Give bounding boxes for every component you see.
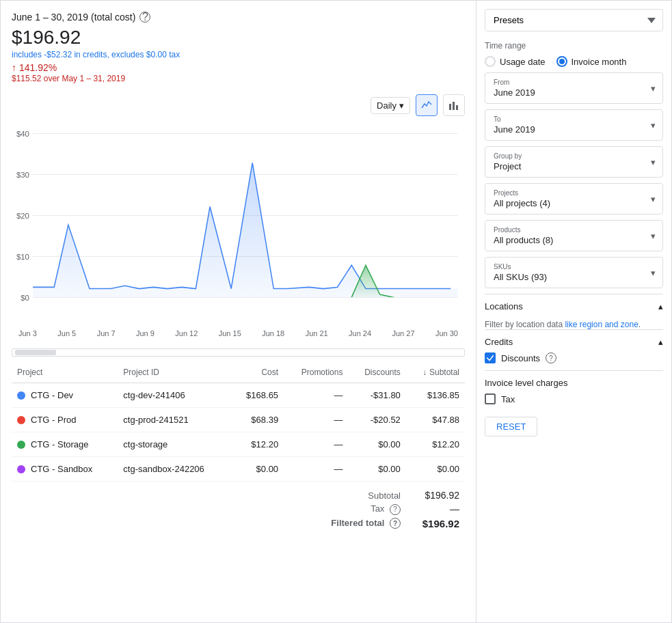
svg-text:$10: $10 [16,253,29,261]
bar-chart-button[interactable] [443,94,465,116]
col-discounts: Discounts [348,362,405,383]
col-project: Project [12,362,118,383]
project-id-cell: ctg-sandbox-242206 [118,457,230,482]
products-dropdown[interactable]: Products All products (8) ▾ [485,220,663,251]
chart-x-labels: Jun 3 Jun 5 Jun 7 Jun 9 Jun 12 Jun 15 Ju… [12,329,465,337]
sort-icon: ↓ [422,368,427,377]
check-icon [486,354,494,362]
table-row: CTG - Sandbox ctg-sandbox-242206 $0.00 —… [12,457,465,482]
cost-cell: $68.39 [231,408,284,432]
group-by-dropdown[interactable]: Group by Project ▾ [485,146,663,178]
group-by-label: Group by [494,152,654,160]
filtered-total-label: Filtered total ? [331,518,401,529]
invoice-month-radio[interactable]: Invoice month [556,56,627,67]
products-label: Products [494,226,654,234]
usage-date-radio[interactable]: Usage date [485,56,546,67]
subtotal-value: $196.92 [412,490,459,501]
from-value: June 2019 [494,87,654,98]
line-chart-icon [421,100,432,111]
app-container: June 1 – 30, 2019 (total cost) ? $196.92… [0,0,672,623]
to-value: June 2019 [494,124,654,135]
project-cell: CTG - Storage [12,432,118,457]
locations-collapse-icon: ▴ [658,301,663,312]
subtotal-cell: $0.00 [406,457,465,482]
tax-value: — [412,503,459,514]
line-chart-button[interactable] [416,94,438,116]
skus-value: All SKUs (93) [494,272,654,282]
tax-label: Tax ? [371,503,401,515]
cost-note: includes -$52.32 in credits, excludes $0… [12,50,465,59]
period-chevron-icon: ▾ [399,100,404,111]
project-dot [17,416,25,424]
col-subtotal[interactable]: ↓ Subtotal [406,362,465,383]
tax-help-icon[interactable]: ? [390,504,401,515]
to-chevron-icon: ▾ [651,120,656,130]
period-selector[interactable]: Daily ▾ [371,97,410,114]
promotions-cell: — [284,457,348,482]
projects-dropdown[interactable]: Projects All projects (4) ▾ [485,183,663,214]
project-cell: CTG - Prod [12,408,118,432]
left-panel: June 1 – 30, 2019 (total cost) ? $196.92… [1,1,476,622]
discounts-help-icon[interactable]: ? [546,352,556,363]
cost-cell: $0.00 [231,457,284,482]
time-range-radio-group: Usage date Invoice month [485,56,663,67]
filtered-help-icon[interactable]: ? [390,518,401,529]
to-label: To [494,115,654,123]
discounts-checkbox-item[interactable]: Discounts ? [485,352,663,363]
date-help-icon[interactable]: ? [139,12,150,23]
project-dot [17,465,25,473]
col-project-id: Project ID [118,362,230,383]
tax-checkbox-item[interactable]: Tax [485,393,663,404]
project-cell: CTG - Dev [12,383,118,408]
discounts-cell: -$31.80 [348,383,405,408]
projects-label: Projects [494,189,654,197]
col-promotions: Promotions [284,362,348,383]
time-range-title: Time range [485,41,663,51]
cost-table: Project Project ID Cost Promotions Disco… [12,362,465,482]
chart-blue-area [33,163,458,297]
locations-note: Filter by location data like region and … [485,320,663,329]
col-cost: Cost [231,362,284,383]
svg-text:$30: $30 [16,171,29,179]
invoice-month-radio-circle [556,56,567,67]
from-chevron-icon: ▾ [651,83,656,94]
credits-title: Credits [485,337,513,347]
total-cost: $196.92 [12,27,465,49]
discounts-checkbox[interactable] [485,352,496,363]
discounts-label: Discounts [501,353,540,363]
project-id-cell: ctg-storage [118,432,230,457]
subtotal-cell: $136.85 [406,383,465,408]
discounts-cell: $0.00 [348,457,405,482]
promotions-cell: — [284,432,348,457]
change-badge: ↑ 141.92% [12,62,57,73]
discounts-cell: -$20.52 [348,408,405,432]
chart-controls: Daily ▾ [12,94,465,116]
period-label: Daily [377,100,397,111]
svg-rect-1 [453,102,455,110]
invoice-title: Invoice level charges [485,378,663,388]
subtotal-cell: $12.20 [406,432,465,457]
bar-chart-icon [448,100,459,111]
locations-toggle[interactable]: Locations ▴ [485,294,663,318]
date-range-text: June 1 – 30, 2019 (total cost) [12,12,135,23]
promotions-cell: — [284,383,348,408]
reset-button[interactable]: RESET [485,417,537,437]
usage-date-label: Usage date [500,57,546,67]
presets-select[interactable]: Presets [485,9,663,31]
project-id-cell: ctg-prod-241521 [118,408,230,432]
tax-checkbox[interactable] [485,393,496,404]
svg-rect-2 [456,105,458,110]
project-dot [17,441,25,449]
credits-toggle[interactable]: Credits ▴ [485,337,663,347]
subtotal-cell: $47.88 [406,408,465,432]
products-value: All products (8) [494,235,654,245]
promotions-cell: — [284,408,348,432]
skus-chevron-icon: ▾ [651,268,656,278]
locations-link[interactable]: like region and zone [565,320,638,329]
cost-cell: $12.20 [231,432,284,457]
from-dropdown[interactable]: From June 2019 ▾ [485,72,663,104]
scroll-bar[interactable] [12,348,465,357]
group-by-value: Project [494,161,654,171]
to-dropdown[interactable]: To June 2019 ▾ [485,109,663,141]
skus-dropdown[interactable]: SKUs All SKUs (93) ▾ [485,257,663,288]
